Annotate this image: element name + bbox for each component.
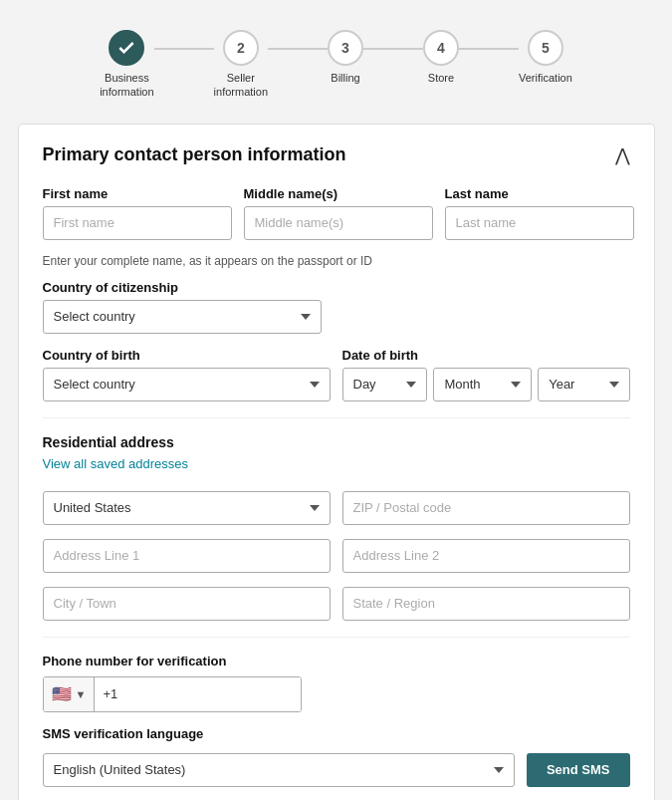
first-name-group: First name <box>43 186 232 240</box>
dob-label: Date of birth <box>342 348 630 363</box>
citizenship-select[interactable]: Select country United States United King… <box>43 300 322 334</box>
country-group: United States Canada United Kingdom <box>43 491 331 525</box>
citizenship-group: Country of citizenship Select country Un… <box>43 280 630 334</box>
section-title: Primary contact person information <box>43 144 346 165</box>
view-addresses-link[interactable]: View all saved addresses <box>43 456 188 471</box>
step-3-circle: 3 <box>328 30 363 66</box>
step-5-label: Verification <box>519 71 572 85</box>
divider-1 <box>43 417 630 418</box>
step-2: 2 Sellerinformation <box>214 30 268 100</box>
country-zip-row: United States Canada United Kingdom <box>43 491 630 525</box>
step-1-circle <box>109 30 144 66</box>
address1-input[interactable] <box>43 539 331 573</box>
address1-group <box>43 539 331 573</box>
collapse-icon[interactable]: ⋀ <box>615 144 630 166</box>
step-1: Businessinformation <box>100 30 153 100</box>
step-4: 4 Store <box>423 30 459 85</box>
sms-select-group: English (United States) Spanish French <box>43 753 515 787</box>
sms-lang-label: SMS verification language <box>43 726 630 741</box>
last-name-label: Last name <box>445 186 634 201</box>
last-name-group: Last name <box>445 186 634 240</box>
step-1-label: Businessinformation <box>100 71 153 100</box>
connector-4-5 <box>459 48 519 50</box>
middle-name-input[interactable] <box>244 206 433 240</box>
dob-year-select[interactable]: Year <box>538 368 629 401</box>
residential-section: Residential address View all saved addre… <box>43 434 630 481</box>
first-name-label: First name <box>43 186 232 201</box>
sms-row: English (United States) Spanish French S… <box>43 753 630 787</box>
address2-group <box>342 539 630 573</box>
dob-group: Date of birth Day Month Year <box>342 348 630 401</box>
phone-label: Phone number for verification <box>43 654 630 668</box>
section-header: Primary contact person information ⋀ <box>43 144 630 166</box>
residential-subtitle: Residential address <box>43 434 630 450</box>
step-5-circle: 5 <box>528 30 563 66</box>
progress-stepper: Businessinformation 2 Sellerinformation … <box>0 20 672 100</box>
first-name-input[interactable] <box>43 206 232 240</box>
step-2-circle: 2 <box>223 30 259 66</box>
phone-row: 🇺🇸 ▼ <box>43 676 302 712</box>
state-group <box>342 587 630 621</box>
us-flag-icon: 🇺🇸 <box>52 684 72 703</box>
dob-month-select[interactable]: Month <box>433 368 532 401</box>
birth-country-select[interactable]: Select country United States United King… <box>43 368 331 401</box>
city-state-row <box>43 587 630 621</box>
step-3-label: Billing <box>331 71 359 85</box>
step-5: 5 Verification <box>519 30 572 85</box>
dropdown-arrow-icon: ▼ <box>76 688 87 700</box>
name-hint: Enter your complete name, as it appears … <box>43 254 630 268</box>
zip-input[interactable] <box>342 491 630 525</box>
citizenship-label: Country of citizenship <box>43 280 630 295</box>
dob-selects: Day Month Year <box>342 368 630 401</box>
middle-name-group: Middle name(s) <box>244 186 433 240</box>
connector-2-3 <box>268 48 328 50</box>
phone-input[interactable] <box>95 677 300 711</box>
divider-2 <box>43 637 630 638</box>
address-row <box>43 539 630 573</box>
address2-input[interactable] <box>342 539 630 573</box>
step-3: 3 Billing <box>328 30 363 85</box>
step-4-circle: 4 <box>423 30 459 66</box>
step-4-label: Store <box>428 71 454 85</box>
birth-row: Country of birth Select country United S… <box>43 348 630 401</box>
send-sms-button[interactable]: Send SMS <box>527 753 630 787</box>
birth-country-group: Country of birth Select country United S… <box>43 348 331 401</box>
zip-group <box>342 491 630 525</box>
dob-day-select[interactable]: Day <box>342 368 428 401</box>
phone-section: Phone number for verification 🇺🇸 ▼ <box>43 654 630 712</box>
city-input[interactable] <box>43 587 331 621</box>
phone-flag-button[interactable]: 🇺🇸 ▼ <box>44 677 96 711</box>
last-name-input[interactable] <box>445 206 634 240</box>
country-select[interactable]: United States Canada United Kingdom <box>43 491 331 525</box>
birth-country-label: Country of birth <box>43 348 331 363</box>
sms-language-select[interactable]: English (United States) Spanish French <box>43 753 515 787</box>
connector-1-2 <box>154 48 214 50</box>
step-2-label: Sellerinformation <box>214 71 268 100</box>
state-input[interactable] <box>342 587 630 621</box>
middle-name-label: Middle name(s) <box>244 186 433 201</box>
form-card: Primary contact person information ⋀ Fir… <box>18 124 655 800</box>
connector-3-4 <box>363 48 423 50</box>
page-wrapper: Businessinformation 2 Sellerinformation … <box>0 20 672 800</box>
city-group <box>43 587 331 621</box>
sms-section: SMS verification language English (Unite… <box>43 726 630 787</box>
name-row: First name Middle name(s) Last name <box>43 186 630 240</box>
